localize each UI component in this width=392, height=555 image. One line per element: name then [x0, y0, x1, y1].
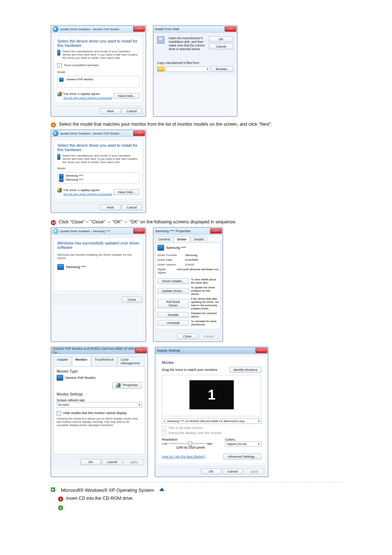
monitor-label: Monitor	[162, 361, 261, 365]
ok-button[interactable]: OK	[81, 459, 101, 465]
apply-button: Apply	[123, 459, 144, 465]
close-button[interactable]: Close	[122, 297, 142, 303]
close-icon[interactable]: ×	[133, 27, 145, 32]
back-icon[interactable]	[53, 26, 58, 32]
model-list[interactable]: Generic PnP Monitor	[57, 76, 139, 88]
tab-details[interactable]: Details	[191, 236, 207, 242]
breadcrumb: Update Driver Software - Generic PnP Mon…	[60, 132, 119, 135]
up-triangle-icon[interactable]	[159, 487, 164, 491]
extend-desktop-label: Extend the desktop onto this monitor	[169, 431, 222, 435]
update-driver-button[interactable]: Update Driver...	[158, 288, 189, 294]
tab-troubleshoot[interactable]: Troubleshoot	[91, 356, 117, 366]
slider-low: Low	[162, 442, 167, 445]
shield-icon	[116, 383, 121, 388]
best-display-link[interactable]: How do I get the best display?	[162, 455, 206, 458]
close-button[interactable]: Close	[177, 333, 197, 339]
disable-button[interactable]: Disable	[158, 312, 189, 318]
play-icon	[51, 487, 55, 492]
close-icon[interactable]: ×	[133, 131, 145, 136]
chevron-down-icon: ▾	[258, 420, 260, 423]
monitor-icon	[57, 154, 60, 160]
show-compatible-checkbox[interactable]: ✓	[57, 63, 62, 68]
floppy-icon	[157, 36, 164, 44]
monitor-preview[interactable]: 1	[189, 380, 234, 409]
back-icon[interactable]	[53, 130, 58, 136]
dialog-title: Samsung **** Properties	[155, 229, 191, 233]
dialog-heading: Select the device driver you want to ins…	[57, 39, 139, 48]
tab-color-management[interactable]: Color Management	[118, 356, 144, 366]
value: microsoft windows hardware compatibility…	[177, 268, 219, 274]
properties-button[interactable]: Properties	[112, 382, 142, 389]
step-bullet-10: 10	[51, 220, 56, 225]
refresh-label: Screen refresh rate:	[57, 398, 142, 402]
chevron-down-icon: ▾	[207, 68, 208, 71]
signed-text: This driver is digitally signed.	[63, 92, 100, 96]
desc: To view details about the driver files.	[191, 278, 219, 284]
desc: Disables the selected device.	[191, 312, 219, 318]
uninstall-button[interactable]: Uninstall	[158, 320, 189, 326]
shield-icon	[57, 188, 62, 193]
back-icon	[53, 228, 58, 234]
next-button[interactable]: Next	[100, 108, 121, 114]
cancel-button: Cancel	[199, 333, 219, 339]
model-item[interactable]: Samsung ****	[66, 174, 83, 177]
desc: If the device fails after updating the d…	[191, 297, 219, 310]
resolution-slider[interactable]	[169, 443, 205, 444]
advanced-settings-button[interactable]: Advanced Settings...	[223, 454, 261, 459]
main-monitor-label: This is my main monitor	[168, 426, 203, 430]
monitor-select-dropdown[interactable]: 1. Samsung **** on NVIDIA GeForce 6600 L…	[162, 418, 261, 424]
xp-step-1: Insert CD into the CD-ROM drive.	[66, 496, 134, 501]
close-icon[interactable]: ×	[133, 228, 145, 234]
hide-modes-desc: Clearing this check box allows you to se…	[57, 417, 142, 427]
identify-monitors-button[interactable]: Identify Monitors	[229, 367, 261, 373]
close-icon[interactable]: ×	[225, 27, 236, 32]
step-bullet-2: 2	[58, 505, 63, 510]
signing-link[interactable]: Tell me why driver signing is important	[63, 193, 112, 196]
cancel-button[interactable]: Cancel	[102, 459, 122, 465]
cancel-button[interactable]: Cancel	[209, 44, 233, 49]
step-10-text: Click "Close"→ "Close" → "OK" → "OK" on …	[59, 219, 236, 224]
signing-link[interactable]: Tell me why driver signing is important	[63, 96, 112, 100]
tab-adapter[interactable]: Adapter	[53, 356, 72, 366]
next-button[interactable]: Next	[100, 204, 121, 210]
value: 4/14/2005	[185, 258, 198, 262]
updated-heading: Windows has successfully updated your dr…	[57, 241, 139, 250]
drag-text: Drag the icons to match your monitors.	[162, 368, 218, 372]
resolution-label: Resolution:	[162, 438, 219, 441]
refresh-dropdown[interactable]: 60 Hertz▾	[57, 402, 142, 408]
slider-high: High	[207, 442, 212, 445]
cancel-button[interactable]: Cancel	[122, 108, 142, 114]
dialog-title: Display Settings	[157, 349, 180, 352]
copy-from-dropdown[interactable]: ▾	[166, 66, 210, 72]
driver-details-button[interactable]: Driver Details...	[158, 278, 189, 284]
show-compatible-label: Show compatible hardware	[64, 64, 99, 67]
browse-button[interactable]: Browse...	[212, 66, 233, 72]
model-item[interactable]: Samsung ****	[66, 178, 83, 181]
step-9-text: Select the model that matches your monit…	[59, 122, 272, 127]
cancel-button[interactable]: Cancel	[122, 204, 142, 210]
close-icon[interactable]: ×	[210, 228, 222, 234]
close-icon[interactable]: ×	[135, 348, 147, 353]
colors-dropdown[interactable]: Highest (32 bit)▾	[225, 441, 261, 447]
shield-icon	[57, 92, 62, 96]
have-disk-button[interactable]: Have Disk...	[114, 189, 139, 195]
hide-modes-checkbox[interactable]: ✓	[57, 411, 61, 416]
model-list[interactable]: Samsung **** Samsung ****	[57, 172, 139, 184]
tab-monitor[interactable]: Monitor	[72, 356, 91, 366]
close-icon[interactable]: ×	[256, 348, 267, 353]
tab-general[interactable]: General	[155, 236, 173, 242]
cancel-button[interactable]: Cancel	[222, 469, 243, 474]
chevron-down-icon: ▾	[258, 442, 260, 446]
desc: To update the driver software for this d…	[191, 286, 219, 296]
tab-driver[interactable]: Driver	[174, 236, 190, 242]
value: Samsung	[185, 254, 197, 257]
ok-button[interactable]: OK	[201, 469, 221, 474]
model-item[interactable]: Generic PnP Monitor	[66, 78, 93, 81]
rollback-button[interactable]: Roll Back Driver	[158, 299, 189, 308]
ok-button[interactable]: OK	[209, 36, 233, 42]
xp-section-title: Microsoft® Windows® XP Operating System	[61, 487, 154, 493]
step-bullet-1: 1	[58, 497, 63, 502]
step-bullet-9: 9	[51, 122, 56, 127]
have-disk-button[interactable]: Have Disk...	[114, 93, 139, 99]
model-label: Model	[57, 167, 139, 170]
